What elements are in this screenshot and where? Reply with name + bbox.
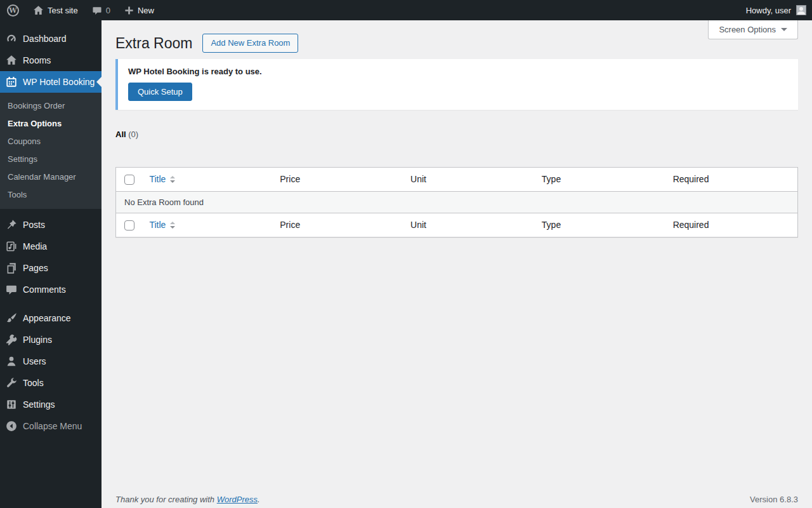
submenu-item-settings[interactable]: Settings: [0, 150, 102, 168]
column-header-type: Type: [535, 168, 667, 192]
sort-arrows-icon: [170, 176, 175, 183]
wordpress-link[interactable]: WordPress: [217, 495, 258, 504]
select-all-checkbox-footer[interactable]: [124, 220, 134, 231]
filter-all-count: (0): [128, 130, 138, 139]
comment-count: 0: [106, 6, 110, 15]
plugin-icon: [0, 334, 23, 345]
page-title: Extra Room: [115, 34, 192, 53]
pushpin-icon: [0, 219, 23, 231]
select-all-checkbox[interactable]: [124, 175, 134, 185]
wp-hotel-booking-submenu: Bookings Order Extra Options Coupons Set…: [0, 93, 102, 209]
new-content-menu[interactable]: New: [117, 0, 161, 20]
collapse-menu-label: Collapse Menu: [23, 421, 82, 431]
comments-admin-bar-link[interactable]: 0: [85, 0, 117, 20]
sidebar-item-settings[interactable]: Settings: [0, 394, 102, 415]
screen-options-label: Screen Options: [719, 25, 776, 34]
sidebar-item-appearance[interactable]: Appearance: [0, 307, 102, 329]
column-footer-required: Required: [667, 213, 798, 237]
list-filter-links: All (0): [115, 130, 798, 139]
sliders-icon: [0, 399, 23, 410]
filter-all-link[interactable]: All: [115, 130, 126, 139]
sidebar-item-label: Settings: [23, 399, 55, 410]
pages-icon: [0, 262, 23, 274]
column-footer-unit: Unit: [404, 213, 535, 237]
sidebar-item-label: Media: [23, 241, 47, 251]
site-name-label: Test site: [48, 6, 78, 15]
sidebar-item-label: Comments: [23, 284, 66, 295]
dashboard-icon: [0, 33, 23, 44]
site-name-link[interactable]: Test site: [26, 0, 85, 20]
add-new-extra-room-button[interactable]: Add New Extra Room: [202, 34, 298, 53]
comment-bubble-icon: [92, 6, 102, 15]
submenu-item-tools[interactable]: Tools: [0, 186, 102, 204]
sidebar-item-comments[interactable]: Comments: [0, 279, 102, 300]
sidebar-item-label: Pages: [23, 263, 48, 273]
column-header-title: Title: [149, 173, 166, 185]
media-icon: [0, 241, 23, 252]
column-footer-price: Price: [273, 213, 404, 237]
footer-thanks-text: Thank you for creating with WordPress.: [115, 495, 260, 504]
collapse-menu-button[interactable]: Collapse Menu: [0, 415, 102, 437]
sidebar-item-label: Plugins: [23, 335, 52, 345]
notice-message: WP Hotel Booking is ready to use.: [128, 67, 788, 76]
sort-arrows-icon: [170, 222, 175, 229]
sidebar-item-pages[interactable]: Pages: [0, 257, 102, 279]
sort-by-title-link[interactable]: Title: [149, 173, 175, 185]
chevron-down-icon: [781, 28, 787, 31]
screen-options-button[interactable]: Screen Options: [708, 20, 798, 39]
home-icon: [0, 55, 23, 66]
menu-gap: [0, 209, 102, 214]
sidebar-item-users[interactable]: Users: [0, 351, 102, 372]
sidebar-item-label: Posts: [23, 220, 45, 230]
sidebar-item-label: Rooms: [23, 55, 51, 65]
column-header-required: Required: [667, 168, 798, 192]
admin-sidebar: Dashboard Rooms WP Hotel Booking Booking…: [0, 20, 102, 508]
howdy-text: Howdy, user: [746, 6, 791, 15]
version-text: Version 6.8.3: [750, 495, 798, 504]
sidebar-item-media[interactable]: Media: [0, 236, 102, 257]
table-footer-row: Title Price Unit Type Required: [116, 213, 798, 237]
user-avatar[interactable]: [796, 5, 806, 15]
column-footer-type: Type: [535, 213, 667, 237]
wrench-icon: [0, 377, 23, 389]
sidebar-item-label: Appearance: [23, 313, 71, 323]
main-content: Screen Options Extra Room Add New Extra …: [102, 20, 812, 508]
collapse-arrow-icon: [0, 420, 23, 432]
quick-setup-button[interactable]: Quick Setup: [128, 83, 192, 101]
sidebar-item-rooms[interactable]: Rooms: [0, 50, 102, 71]
sort-by-title-link-footer[interactable]: Title: [149, 219, 175, 231]
sidebar-item-dashboard[interactable]: Dashboard: [0, 28, 102, 50]
extra-room-list-table: Title Price Unit Type Required No Extra …: [115, 167, 798, 237]
submenu-item-calendar-manager[interactable]: Calendar Manager: [0, 168, 102, 186]
column-header-unit: Unit: [404, 168, 535, 192]
sidebar-item-label: Users: [23, 356, 46, 366]
submenu-item-extra-options[interactable]: Extra Options: [0, 115, 102, 133]
sidebar-item-plugins[interactable]: Plugins: [0, 329, 102, 351]
wordpress-logo-menu[interactable]: W: [0, 0, 26, 20]
setup-notice: WP Hotel Booking is ready to use. Quick …: [115, 59, 798, 110]
sidebar-item-label: Dashboard: [23, 34, 67, 44]
empty-message: No Extra Room found: [116, 192, 798, 213]
submenu-item-bookings-order[interactable]: Bookings Order: [0, 97, 102, 115]
home-icon: [33, 5, 44, 16]
sidebar-item-tools[interactable]: Tools: [0, 372, 102, 394]
plus-icon: [124, 6, 134, 15]
admin-bar: W Test site 0 New Howdy, user: [0, 0, 812, 20]
sidebar-item-label: WP Hotel Booking: [23, 77, 95, 87]
admin-footer: Thank you for creating with WordPress. V…: [115, 495, 798, 504]
my-account-menu[interactable]: Howdy, user: [739, 0, 791, 20]
comment-icon: [0, 284, 23, 295]
new-label: New: [138, 6, 154, 15]
brush-icon: [0, 312, 23, 324]
wordpress-logo-icon: W: [7, 4, 19, 17]
empty-results-row: No Extra Room found: [116, 192, 798, 213]
column-footer-title: Title: [149, 219, 166, 231]
sidebar-item-label: Tools: [23, 378, 44, 388]
menu-separator: [0, 300, 102, 307]
sidebar-item-wp-hotel-booking[interactable]: WP Hotel Booking: [0, 71, 102, 93]
user-icon: [0, 356, 23, 367]
submenu-item-coupons[interactable]: Coupons: [0, 133, 102, 150]
table-header-row: Title Price Unit Type Required: [116, 168, 798, 192]
sidebar-item-posts[interactable]: Posts: [0, 214, 102, 236]
column-header-price: Price: [273, 168, 404, 192]
